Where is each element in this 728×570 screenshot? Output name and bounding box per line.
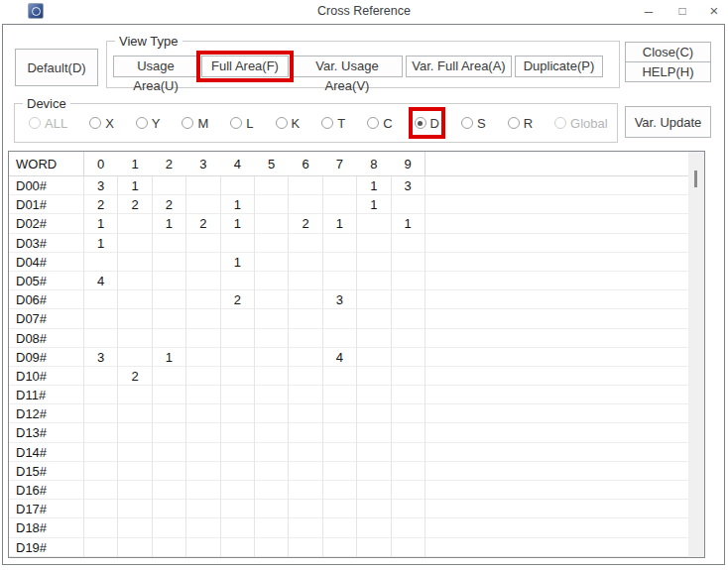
cell-d01-6[interactable] — [289, 195, 322, 214]
cell-d06-7[interactable]: 3 — [323, 290, 357, 309]
cell-d02-8[interactable] — [357, 214, 391, 233]
cell-d04-0[interactable] — [84, 253, 118, 272]
cell-d01-7[interactable] — [323, 195, 357, 214]
row-label[interactable]: D00# — [9, 176, 84, 195]
device-radio-l[interactable]: L — [230, 113, 253, 133]
cell-d19-5[interactable] — [255, 538, 289, 557]
cell-d15-0[interactable] — [84, 462, 118, 481]
cell-d11-0[interactable] — [84, 386, 118, 404]
cell-d02-4[interactable]: 1 — [221, 214, 255, 233]
cell-d00-9[interactable]: 3 — [392, 176, 425, 195]
cell-d14-2[interactable] — [153, 443, 186, 462]
cell-d05-3[interactable] — [186, 272, 220, 290]
maximize-icon[interactable]: □ — [669, 0, 695, 22]
cell-d12-8[interactable] — [357, 404, 391, 423]
cell-d06-8[interactable] — [357, 290, 391, 309]
cell-d09-3[interactable] — [186, 348, 220, 367]
cell-d03-1[interactable] — [118, 234, 152, 253]
cell-d03-0[interactable]: 1 — [84, 234, 118, 253]
cell-d03-9[interactable] — [392, 234, 425, 253]
cell-d05-7[interactable] — [323, 272, 357, 290]
cell-d06-6[interactable] — [289, 290, 322, 309]
cell-d10-0[interactable] — [84, 367, 118, 386]
cell-d09-6[interactable] — [289, 348, 322, 367]
cell-d00-5[interactable] — [255, 176, 289, 195]
cell-d12-5[interactable] — [255, 404, 289, 423]
cell-d12-9[interactable] — [392, 404, 425, 423]
cell-d07-9[interactable] — [392, 309, 425, 328]
cell-d02-0[interactable]: 1 — [84, 214, 118, 233]
row-label[interactable]: D06# — [9, 290, 84, 309]
cell-d05-2[interactable] — [153, 272, 186, 290]
row-label[interactable]: D09# — [9, 348, 84, 367]
cell-d09-5[interactable] — [255, 348, 289, 367]
cell-d17-9[interactable] — [392, 500, 425, 518]
cell-d00-7[interactable] — [323, 176, 357, 195]
cell-d06-3[interactable] — [186, 290, 220, 309]
cell-d12-4[interactable] — [221, 404, 255, 423]
cell-d15-7[interactable] — [323, 462, 357, 481]
cell-d16-7[interactable] — [323, 481, 357, 500]
cell-d09-9[interactable] — [392, 348, 425, 367]
scrollbar-thumb[interactable] — [694, 171, 697, 187]
cell-d15-5[interactable] — [255, 462, 289, 481]
cell-d10-1[interactable]: 2 — [118, 367, 152, 386]
cell-d18-9[interactable] — [392, 518, 425, 537]
cell-d11-8[interactable] — [357, 386, 391, 404]
cell-d02-6[interactable]: 2 — [289, 214, 322, 233]
cell-d08-0[interactable] — [84, 329, 118, 348]
cell-d07-7[interactable] — [323, 309, 357, 328]
row-label[interactable]: D13# — [9, 423, 84, 442]
cell-d07-3[interactable] — [186, 309, 220, 328]
cell-d19-0[interactable] — [84, 538, 118, 557]
row-label[interactable]: D18# — [9, 518, 84, 537]
cell-d18-5[interactable] — [255, 518, 289, 537]
cell-d08-6[interactable] — [289, 329, 322, 348]
cell-d02-5[interactable] — [255, 214, 289, 233]
device-radio-y[interactable]: Y — [136, 113, 161, 133]
cell-d07-4[interactable] — [221, 309, 255, 328]
cell-d13-6[interactable] — [289, 423, 322, 442]
cell-d13-5[interactable] — [255, 423, 289, 442]
cell-d19-3[interactable] — [186, 538, 220, 557]
cell-d16-8[interactable] — [357, 481, 391, 500]
view-type-button-var-full-area-a[interactable]: Var. Full Area(A) — [406, 56, 512, 77]
cell-d12-1[interactable] — [118, 404, 152, 423]
cell-d03-7[interactable] — [323, 234, 357, 253]
view-type-button-usage-area-u[interactable]: Usage Area(U) — [113, 56, 198, 77]
cell-d12-3[interactable] — [186, 404, 220, 423]
cell-d13-1[interactable] — [118, 423, 152, 442]
cell-d14-5[interactable] — [255, 443, 289, 462]
cell-d14-6[interactable] — [289, 443, 322, 462]
cell-d06-0[interactable] — [84, 290, 118, 309]
cell-d06-5[interactable] — [255, 290, 289, 309]
table-scrollbar[interactable] — [688, 152, 704, 557]
cell-d12-2[interactable] — [153, 404, 186, 423]
cell-d13-2[interactable] — [153, 423, 186, 442]
cell-d14-9[interactable] — [392, 443, 425, 462]
help-button[interactable]: HELP(H) — [625, 61, 711, 82]
row-label[interactable]: D15# — [9, 462, 84, 481]
cell-d11-1[interactable] — [118, 386, 152, 404]
cell-d11-4[interactable] — [221, 386, 255, 404]
row-label[interactable]: D02# — [9, 214, 84, 233]
cell-d10-9[interactable] — [392, 367, 425, 386]
cell-d04-9[interactable] — [392, 253, 425, 272]
device-radio-d[interactable]: D — [415, 113, 439, 133]
cell-d13-8[interactable] — [357, 423, 391, 442]
device-radio-r[interactable]: R — [508, 113, 533, 133]
view-type-button-duplicate-p[interactable]: Duplicate(P) — [515, 56, 603, 77]
cell-d05-8[interactable] — [357, 272, 391, 290]
cell-d05-0[interactable]: 4 — [84, 272, 118, 290]
cell-d04-3[interactable] — [186, 253, 220, 272]
device-radio-m[interactable]: M — [182, 113, 208, 133]
row-label[interactable]: D11# — [9, 386, 84, 404]
cell-d14-3[interactable] — [186, 443, 220, 462]
cell-d17-0[interactable] — [84, 500, 118, 518]
cell-d07-0[interactable] — [84, 309, 118, 328]
cell-d04-1[interactable] — [118, 253, 152, 272]
cell-d18-0[interactable] — [84, 518, 118, 537]
cell-d02-7[interactable]: 1 — [323, 214, 357, 233]
cell-d10-4[interactable] — [221, 367, 255, 386]
cell-d14-7[interactable] — [323, 443, 357, 462]
